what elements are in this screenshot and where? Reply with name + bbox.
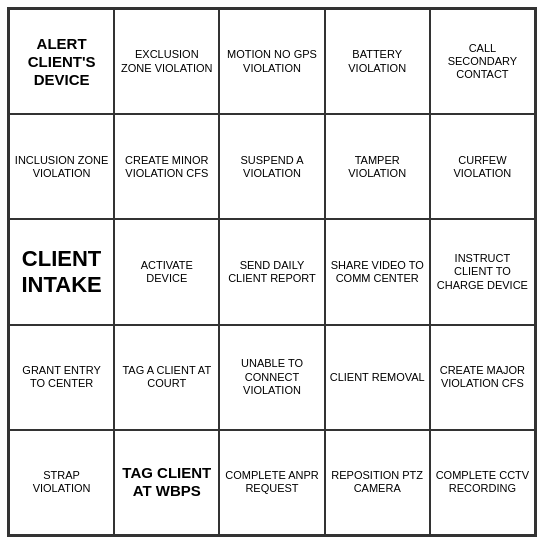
bingo-board: ALERT CLIENT'S DEVICEEXCLUSION ZONE VIOL… xyxy=(7,7,537,537)
bingo-cell-r4c2: COMPLETE ANPR REQUEST xyxy=(219,430,324,535)
bingo-cell-r0c2: MOTION NO GPS VIOLATION xyxy=(219,9,324,114)
bingo-cell-r1c1: CREATE MINOR VIOLATION CFS xyxy=(114,114,219,219)
bingo-cell-r2c1: ACTIVATE DEVICE xyxy=(114,219,219,324)
bingo-cell-r1c2: SUSPEND A VIOLATION xyxy=(219,114,324,219)
bingo-cell-r0c1: EXCLUSION ZONE VIOLATION xyxy=(114,9,219,114)
bingo-cell-r3c4: CREATE MAJOR VIOLATION CFS xyxy=(430,325,535,430)
bingo-cell-r4c0: STRAP VIOLATION xyxy=(9,430,114,535)
bingo-cell-r3c1: TAG A CLIENT AT COURT xyxy=(114,325,219,430)
bingo-cell-r2c0: CLIENT INTAKE xyxy=(9,219,114,324)
bingo-cell-r3c0: GRANT ENTRY TO CENTER xyxy=(9,325,114,430)
bingo-cell-r4c3: REPOSITION PTZ CAMERA xyxy=(325,430,430,535)
bingo-cell-r3c2: UNABLE TO CONNECT VIOLATION xyxy=(219,325,324,430)
bingo-cell-r4c4: COMPLETE CCTV RECORDING xyxy=(430,430,535,535)
bingo-grid: ALERT CLIENT'S DEVICEEXCLUSION ZONE VIOL… xyxy=(9,9,535,535)
bingo-cell-r2c2: SEND DAILY CLIENT REPORT xyxy=(219,219,324,324)
bingo-cell-r2c3: SHARE VIDEO TO COMM CENTER xyxy=(325,219,430,324)
bingo-cell-r0c3: BATTERY VIOLATION xyxy=(325,9,430,114)
bingo-cell-r1c0: INCLUSION ZONE VIOLATION xyxy=(9,114,114,219)
bingo-cell-r0c4: CALL SECONDARY CONTACT xyxy=(430,9,535,114)
bingo-cell-r0c0: ALERT CLIENT'S DEVICE xyxy=(9,9,114,114)
bingo-cell-r1c3: TAMPER VIOLATION xyxy=(325,114,430,219)
bingo-cell-r1c4: CURFEW VIOLATION xyxy=(430,114,535,219)
bingo-cell-r3c3: CLIENT REMOVAL xyxy=(325,325,430,430)
bingo-cell-r2c4: INSTRUCT CLIENT TO CHARGE DEVICE xyxy=(430,219,535,324)
bingo-cell-r4c1: TAG CLIENT AT WBPS xyxy=(114,430,219,535)
